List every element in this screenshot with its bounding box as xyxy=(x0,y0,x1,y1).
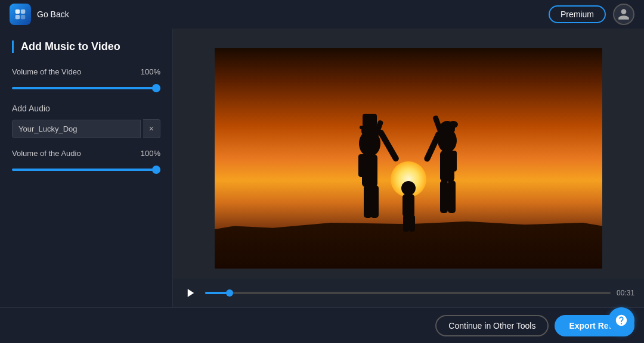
svg-point-16 xyxy=(448,121,458,128)
svg-rect-25 xyxy=(403,215,409,232)
volume-audio-slider[interactable] xyxy=(12,169,160,171)
main-content: Add Music to Video Volume of the Video 1… xyxy=(0,29,644,307)
video-player[interactable] xyxy=(215,48,602,269)
svg-rect-12 xyxy=(370,185,379,218)
volume-video-section: Volume of the Video 100% xyxy=(12,67,160,92)
volume-audio-label: Volume of the Audio xyxy=(12,149,81,158)
app-logo xyxy=(10,4,31,25)
audio-clear-button[interactable]: × xyxy=(143,119,160,138)
help-button[interactable] xyxy=(608,307,634,333)
progress-bar[interactable] xyxy=(205,292,611,294)
svg-rect-8 xyxy=(363,114,377,127)
svg-marker-27 xyxy=(188,289,194,297)
video-wrapper xyxy=(173,29,644,279)
add-audio-label: Add Audio xyxy=(12,104,160,113)
header-right: Premium xyxy=(549,4,634,25)
svg-point-23 xyxy=(401,181,416,195)
svg-rect-3 xyxy=(21,15,25,19)
header: Go Back Premium xyxy=(0,0,644,29)
sidebar-title: Add Music to Video xyxy=(12,40,160,53)
time-display: 00:31 xyxy=(617,289,634,297)
volume-audio-section: Volume of the Audio 100% xyxy=(12,149,160,173)
continue-other-tools-button[interactable]: Continue in Other Tools xyxy=(435,315,549,336)
volume-audio-value: 100% xyxy=(141,149,160,158)
svg-rect-9 xyxy=(358,154,367,177)
volume-audio-label-row: Volume of the Audio 100% xyxy=(12,149,160,158)
video-controls: 00:31 xyxy=(173,279,644,307)
svg-rect-19 xyxy=(440,180,448,213)
audio-input-row: × xyxy=(12,119,160,138)
sidebar: Add Music to Video Volume of the Video 1… xyxy=(0,29,173,307)
volume-video-label-row: Volume of the Video 100% xyxy=(12,67,160,76)
svg-rect-0 xyxy=(16,10,20,14)
video-area: 00:31 xyxy=(173,29,644,307)
svg-rect-2 xyxy=(16,15,20,19)
video-scene xyxy=(215,48,602,269)
figures-svg xyxy=(313,84,504,233)
header-left: Go Back xyxy=(10,4,69,25)
volume-video-value: 100% xyxy=(141,67,160,76)
svg-rect-17 xyxy=(449,151,457,172)
play-button[interactable] xyxy=(182,285,199,301)
user-avatar[interactable] xyxy=(613,4,634,25)
svg-rect-10 xyxy=(377,129,400,163)
premium-button[interactable]: Premium xyxy=(549,5,606,23)
volume-video-label: Volume of the Video xyxy=(12,67,81,76)
svg-rect-26 xyxy=(409,215,415,232)
go-back-button[interactable]: Go Back xyxy=(37,10,69,19)
svg-rect-1 xyxy=(21,10,25,14)
svg-rect-24 xyxy=(402,194,414,217)
svg-rect-20 xyxy=(448,180,456,213)
volume-video-slider[interactable] xyxy=(12,87,160,89)
bottom-bar: Continue in Other Tools Export Res... xyxy=(0,307,644,343)
progress-thumb xyxy=(226,289,233,297)
audio-filename-input[interactable] xyxy=(12,120,141,138)
